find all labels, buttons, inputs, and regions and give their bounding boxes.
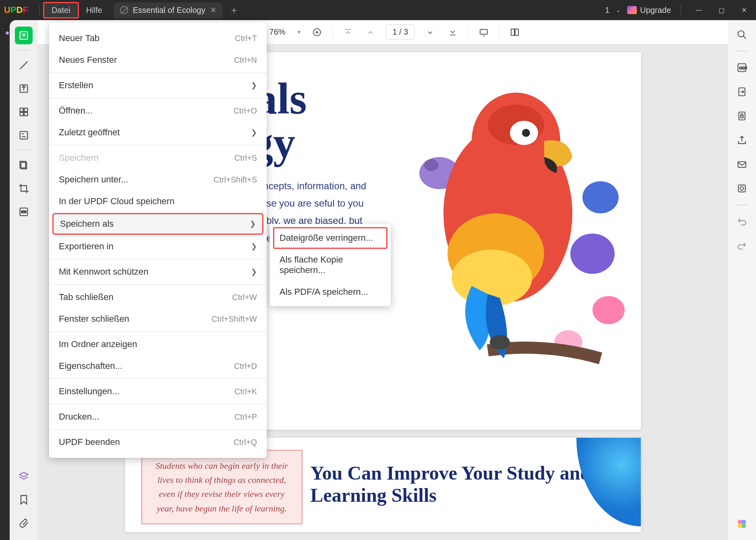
menu-save: SpeichernCtrl+S (49, 147, 267, 169)
svg-rect-24 (511, 29, 514, 35)
svg-point-30 (592, 296, 625, 324)
share-icon[interactable] (734, 132, 750, 148)
separator (499, 26, 499, 38)
form-tool-icon[interactable] (15, 126, 33, 144)
page-indicator[interactable]: 1 / 3 (386, 25, 415, 39)
tab-count[interactable]: 1 (605, 6, 609, 15)
svg-rect-25 (515, 29, 518, 35)
prev-page-button[interactable] (363, 25, 378, 39)
crop-tool-icon[interactable] (15, 180, 33, 197)
menu-settings[interactable]: Einstellungen...Ctrl+K (49, 381, 267, 402)
tab-close-button[interactable]: ✕ (210, 6, 216, 14)
quote-box: Students who can begin early in their li… (141, 450, 302, 524)
upgrade-button[interactable]: Upgrade (627, 6, 671, 15)
svg-rect-6 (20, 112, 23, 116)
last-page-button[interactable] (445, 25, 460, 39)
ocr-icon[interactable]: OCR (734, 60, 750, 76)
menu-new-window[interactable]: Neues FensterCtrl+N (49, 49, 267, 71)
maximize-button[interactable]: ▢ (713, 2, 729, 18)
menu-close-tab[interactable]: Tab schließenCtrl+W (49, 286, 267, 308)
notification-dot (6, 31, 9, 35)
menu-quit[interactable]: UPDF beendenCtrl+Q (49, 431, 267, 453)
document-tab[interactable]: Essential of Ecology ✕ (114, 2, 223, 18)
titlebar: UPDF Datei Hilfe Essential of Ecology ✕ … (0, 0, 756, 20)
chevron-right-icon: ❯ (251, 128, 257, 137)
separator (18, 50, 30, 51)
email-icon[interactable] (734, 156, 750, 172)
chevron-right-icon: ❯ (251, 267, 257, 276)
zoom-value: 76% (266, 27, 289, 37)
redact-tool-icon[interactable] (15, 203, 33, 221)
presentation-icon[interactable] (476, 25, 491, 39)
menu-save-as-under[interactable]: Speichern unter...Ctrl+Shift+S (49, 169, 267, 190)
separator (49, 145, 267, 145)
svg-text:OCR: OCR (739, 66, 748, 70)
separator (332, 26, 333, 38)
parrot-illustration (375, 60, 625, 391)
svg-line-41 (743, 36, 746, 39)
submenu-save-flat-copy[interactable]: Als flache Kopie speichern... (273, 249, 387, 281)
tab-count-dropdown-icon[interactable]: ⌄ (616, 7, 621, 13)
separator (49, 379, 267, 379)
menu-close-window[interactable]: Fenster schließenCtrl+Shift+W (49, 308, 267, 330)
undo-icon[interactable] (734, 213, 750, 230)
chevron-right-icon: ❯ (251, 81, 257, 90)
svg-point-28 (582, 181, 619, 213)
menu-show-in-folder[interactable]: Im Ordner anzeigen (49, 333, 267, 355)
svg-point-36 (522, 129, 530, 137)
zoom-in-button[interactable] (310, 25, 324, 39)
first-page-button[interactable] (341, 25, 355, 39)
save-cloud-icon[interactable] (734, 180, 750, 197)
menu-recent[interactable]: Zuletzt geöffnet❯ (49, 122, 267, 143)
page-layout-icon[interactable] (507, 25, 522, 39)
submenu-save-pdfa[interactable]: Als PDF/A speichern... (273, 281, 387, 303)
menu-open[interactable]: Öffnen...Ctrl+O (49, 100, 267, 122)
menu-file[interactable]: Datei (43, 2, 79, 19)
close-button[interactable]: ✕ (736, 2, 752, 18)
separator (49, 98, 267, 98)
reader-mode-icon[interactable] (15, 27, 33, 44)
menu-print[interactable]: Drucken...Ctrl+P (49, 406, 267, 428)
submenu-reduce-filesize[interactable]: Dateigröße verringern... (273, 227, 387, 249)
page-organize-icon[interactable] (15, 103, 33, 121)
batch-tool-icon[interactable] (15, 156, 33, 174)
svg-rect-4 (20, 108, 23, 112)
separator (49, 284, 267, 285)
menu-export[interactable]: Exportieren in❯ (49, 236, 267, 257)
svg-rect-46 (741, 116, 744, 118)
menu-create[interactable]: Erstellen❯ (49, 74, 267, 96)
layers-icon[interactable] (15, 468, 33, 485)
separator (736, 205, 748, 205)
menu-save-as[interactable]: Speichern als❯ (52, 213, 263, 235)
svg-point-27 (424, 159, 439, 171)
ai-assistant-icon[interactable] (734, 516, 750, 532)
edit-text-icon[interactable] (15, 80, 33, 97)
search-icon[interactable] (734, 27, 750, 43)
separator (49, 72, 267, 73)
new-tab-button[interactable]: ＋ (229, 4, 239, 17)
svg-rect-14 (21, 211, 26, 213)
minimize-button[interactable]: — (691, 2, 707, 18)
chevron-right-icon: ❯ (250, 219, 256, 228)
separator (49, 404, 267, 404)
menu-new-tab[interactable]: Neuer TabCtrl+T (49, 27, 267, 49)
redo-icon[interactable] (734, 238, 750, 254)
attachment-icon[interactable] (15, 514, 33, 532)
svg-rect-22 (480, 29, 487, 34)
svg-point-29 (570, 234, 615, 274)
highlight-tool-icon[interactable] (15, 56, 33, 74)
svg-point-40 (738, 31, 744, 37)
zoom-dropdown-icon[interactable]: ▼ (297, 29, 302, 35)
chevron-right-icon: ❯ (251, 242, 257, 251)
separator (18, 150, 30, 151)
menu-save-cloud[interactable]: In der UPDF Cloud speichern (49, 190, 267, 212)
next-page-button[interactable] (423, 25, 437, 39)
svg-rect-47 (738, 162, 746, 168)
bookmark-icon[interactable] (15, 491, 33, 509)
menu-help[interactable]: Hilfe (79, 3, 110, 17)
menu-properties[interactable]: Eigenschaften...Ctrl+D (49, 355, 267, 377)
separator (39, 5, 40, 15)
protect-icon[interactable] (734, 108, 750, 124)
convert-icon[interactable] (734, 84, 750, 100)
menu-password-protect[interactable]: Mit Kennwort schützen❯ (49, 261, 267, 283)
